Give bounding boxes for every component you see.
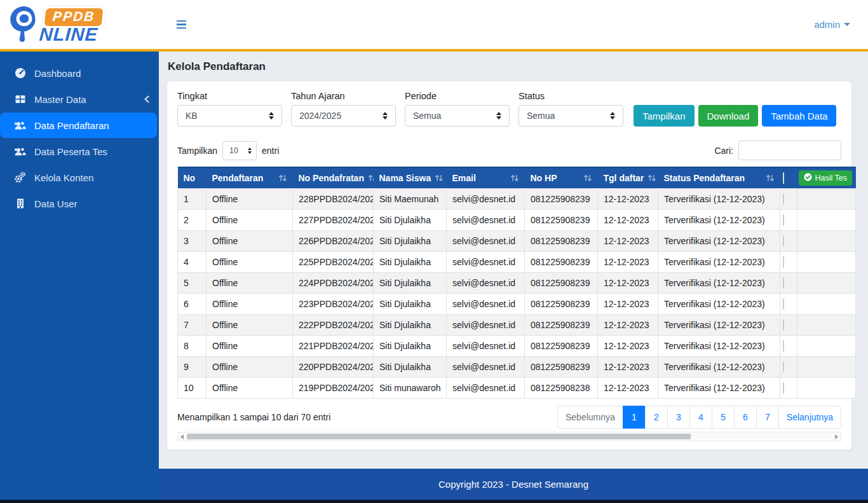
pagination-page-3[interactable]: 3 [667,406,690,429]
updown-arrows-icon [610,112,615,120]
table-cell-select [780,252,797,273]
sort-icon[interactable] [583,174,592,182]
column-header-pendaftaran[interactable]: Pendaftaran [207,167,293,189]
filter-label: Status [519,91,623,101]
pagination-page-1[interactable]: 1 [623,406,646,429]
row-checkbox[interactable] [783,382,784,394]
table-cell-nama-siswa: Siti Djulaikha [374,315,447,336]
column-header-tgl-daftar[interactable]: Tgl daftar [598,167,658,189]
sidebar-item-data-peserta-tes[interactable]: Data Peserta Tes [0,139,159,164]
filter-groups: Tingkat KB Tahun Ajaran 2024/2025 Period… [177,91,632,127]
search-input[interactable] [738,141,841,160]
table-cell-status-pendaftaran: Terverifikasi (12-12-2023) [658,336,780,357]
row-checkbox[interactable] [783,340,784,352]
updown-arrows-icon [496,112,501,120]
sort-icon[interactable] [278,174,287,182]
scrollbar-thumb[interactable] [187,434,691,439]
table-cell-tgl-daftar: 12-12-2023 [598,231,658,252]
sort-icon[interactable] [435,174,444,182]
table-cell-status-pendaftaran: Terverifikasi (12-12-2023) [658,189,780,210]
table-cell-email: selvi@desnet.id [447,336,525,357]
table-cell-action [797,252,856,273]
row-checkbox[interactable] [783,256,784,268]
table-row: 1Offline228PPDB2024/2025Siti Maemunahsel… [178,189,856,210]
column-header-no-hp[interactable]: No HP [525,167,598,189]
column-header-label: Nama Siswa [379,173,431,183]
column-header-email[interactable]: Email [447,167,525,189]
pagination-next-button[interactable]: Selanjutnya [778,406,841,429]
admin-dropdown[interactable]: admin [814,19,850,30]
download-button[interactable]: Download [698,105,759,127]
tingkat-select[interactable]: KB [177,105,282,127]
updown-arrows-icon [248,148,252,154]
tampilkan-button[interactable]: Tampilkan [634,105,695,127]
table-cell-tgl-daftar: 12-12-2023 [598,336,658,357]
hamburger-menu-icon[interactable] [174,18,189,32]
table-cell-no-hp: 081225908239 [525,189,598,210]
table-cell-no-hp: 081225908239 [525,357,598,378]
column-header-nama-siswa[interactable]: Nama Siswa [374,167,447,189]
table-cell-select [780,336,797,357]
sort-icon[interactable] [648,174,656,182]
row-checkbox[interactable] [783,298,784,310]
gears-icon [14,172,26,183]
pagination-page-7[interactable]: 7 [756,406,779,429]
table-row: 6Offline223PPDB2024/2025Siti Djulaikhase… [178,294,856,315]
column-header-no-pendafratan[interactable]: No Pendafratan [293,167,374,189]
entries-length-label-before: Tampilkan [177,146,217,156]
building-icon [14,198,26,209]
table-cell-nama-siswa: Siti Djulaikha [374,273,447,294]
horizontal-scrollbar[interactable] [177,432,841,441]
table-cell-nama-siswa: Siti Djulaikha [374,252,447,273]
entries-length-select[interactable]: 10 [222,141,257,160]
updown-arrows-icon [383,112,388,120]
tambah-data-button[interactable]: Tambah Data [762,105,836,127]
tahun-ajaran-select[interactable]: 2024/2025 [291,105,396,127]
sidebar-item-dashboard[interactable]: Dashboard [0,60,159,86]
sidebar-item-data-user[interactable]: Data User [0,191,159,216]
row-checkbox[interactable] [783,361,784,373]
column-header-label: Status Pendaftaran [664,173,745,183]
caret-down-icon [844,23,850,26]
master-data-icon [14,93,26,105]
sidebar-item-kelola-konten[interactable]: Kelola Konten [0,165,159,190]
status-select[interactable]: Semua [519,105,623,127]
sort-icon[interactable] [766,174,775,182]
table-cell-email: selvi@desnet.id [447,357,525,378]
pagination-previous-button[interactable]: Sebelumnya [557,406,623,429]
table-cell-no: 10 [178,378,207,399]
sidebar-item-master-data[interactable]: Master Data [0,86,159,112]
periode-select[interactable]: Semua [405,105,510,127]
table-cell-email: selvi@desnet.id [447,231,525,252]
table-row: 4Offline225PPDB2024/2025Siti Djulaikhase… [178,252,856,273]
scroll-right-arrow-icon[interactable] [835,434,838,439]
entries-length-value: 10 [229,146,238,155]
column-header-status-pendaftaran[interactable]: Status Pendaftaran [658,167,780,189]
chevron-left-icon [144,95,150,103]
hasil-tes-button[interactable]: Hasil Tes [799,170,852,186]
pagination-page-2[interactable]: 2 [645,406,668,429]
table-cell-no-hp: 081225908239 [525,315,598,336]
table-cell-no-pendafratan: 228PPDB2024/2025 [293,189,374,210]
pagination-page-5[interactable]: 5 [712,406,735,429]
pagination-page-6[interactable]: 6 [734,406,757,429]
table-body: 1Offline228PPDB2024/2025Siti Maemunahsel… [178,189,856,399]
table-cell-nama-siswa: Siti Djulaikha [374,294,447,315]
row-checkbox[interactable] [783,235,784,247]
pagination-page-4[interactable]: 4 [689,406,712,429]
row-checkbox[interactable] [783,319,784,331]
table-cell-tgl-daftar: 12-12-2023 [598,378,658,399]
sidebar-item-data-pendaftaran[interactable]: Data Pendaftaran [0,113,157,138]
select-all-checkbox[interactable] [783,172,784,184]
table-cell-select [780,231,797,252]
row-checkbox[interactable] [783,193,784,205]
sort-icon[interactable] [510,174,519,182]
scroll-left-arrow-icon[interactable] [180,434,184,439]
table-cell-nama-siswa: Siti Djulaikha [374,210,447,231]
filter-group-periode: Periode Semua [405,91,510,127]
sort-icon[interactable] [368,174,374,182]
row-checkbox[interactable] [783,214,784,226]
row-checkbox[interactable] [783,277,784,289]
table-cell-nama-siswa: Siti Maemunah [374,189,447,210]
sidebar-item-label: Data Pendaftaran [34,120,109,131]
